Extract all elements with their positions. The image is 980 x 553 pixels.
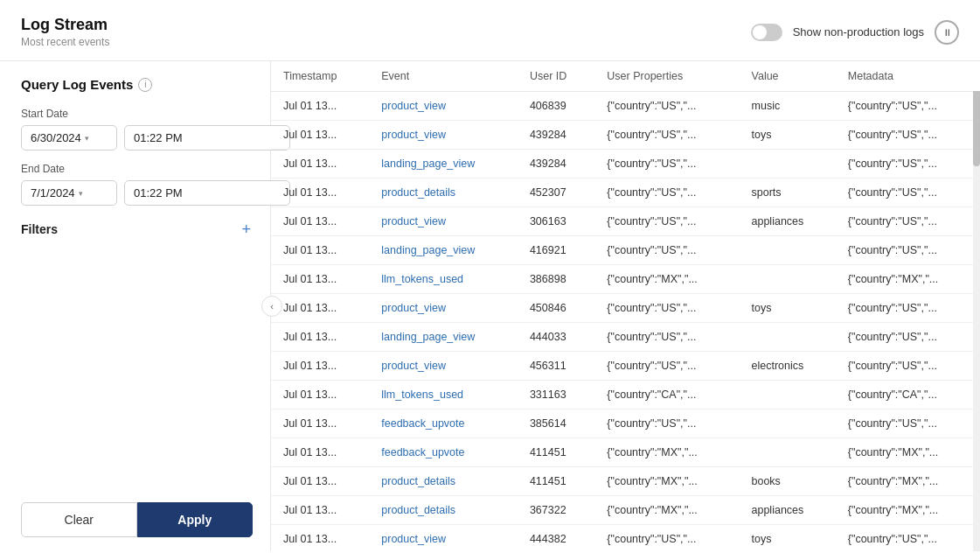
cell-userprops: {"country":"US","... xyxy=(594,92,739,121)
event-link[interactable]: product_view xyxy=(381,533,446,545)
query-title: Query Log Events xyxy=(21,77,133,92)
cell-userprops: {"country":"US","... xyxy=(594,236,739,265)
event-link[interactable]: landing_page_view xyxy=(381,158,475,170)
cell-userprops: {"country":"US","... xyxy=(594,178,739,207)
cell-metadata: {"country":"US","... xyxy=(836,352,980,381)
cell-userid: 411451 xyxy=(518,467,594,496)
cell-event[interactable]: product_view xyxy=(369,207,518,236)
page-title: Log Stream xyxy=(21,16,109,34)
cell-event[interactable]: product_details xyxy=(369,496,518,525)
event-link[interactable]: feedback_upvote xyxy=(381,417,464,430)
cell-value: toys xyxy=(740,294,836,323)
cell-userid: 416921 xyxy=(518,236,594,265)
cell-metadata: {"country":"MX","... xyxy=(836,496,980,525)
end-time-input[interactable] xyxy=(124,180,290,206)
cell-event[interactable]: llm_tokens_used xyxy=(369,381,518,410)
event-link[interactable]: product_view xyxy=(381,360,446,372)
event-link[interactable]: product_details xyxy=(381,186,455,199)
cell-metadata: {"country":"US","... xyxy=(836,525,980,552)
end-date-row: 7/1/2024 ▾ xyxy=(21,180,253,206)
table-row: Jul 01 13...product_details411451{"count… xyxy=(271,467,980,496)
scrollbar-track[interactable] xyxy=(973,61,980,551)
pause-button[interactable]: ⏸ xyxy=(935,20,959,45)
cell-value xyxy=(740,236,836,265)
event-link[interactable]: landing_page_view xyxy=(381,244,475,256)
cell-value: appliances xyxy=(740,496,836,525)
cell-event[interactable]: feedback_upvote xyxy=(369,438,518,467)
start-date-picker[interactable]: 6/30/2024 ▾ xyxy=(21,125,117,150)
event-link[interactable]: feedback_upvote xyxy=(381,446,464,458)
table-row: Jul 01 13...landing_page_view416921{"cou… xyxy=(271,236,980,265)
end-date-picker[interactable]: 7/1/2024 ▾ xyxy=(21,180,117,206)
event-link[interactable]: landing_page_view xyxy=(381,331,475,343)
cell-userprops: {"country":"MX","... xyxy=(594,467,739,496)
col-header-value: Value xyxy=(740,61,836,92)
event-link[interactable]: product_view xyxy=(381,215,446,228)
cell-userid: 444033 xyxy=(518,323,594,352)
cell-event[interactable]: product_view xyxy=(369,121,518,150)
cell-event[interactable]: landing_page_view xyxy=(369,323,518,352)
cell-event[interactable]: product_details xyxy=(369,467,518,496)
cell-userprops: {"country":"US","... xyxy=(594,294,739,323)
cell-userprops: {"country":"US","... xyxy=(594,121,739,150)
filters-row: Filters + xyxy=(21,221,253,237)
event-link[interactable]: product_details xyxy=(381,475,455,487)
cell-value xyxy=(740,265,836,294)
table-row: Jul 01 13...product_view444382{"country"… xyxy=(271,525,980,552)
cell-event[interactable]: product_details xyxy=(369,178,518,207)
cell-timestamp: Jul 01 13... xyxy=(271,352,369,381)
cell-userid: 406839 xyxy=(518,92,594,121)
non-production-toggle[interactable] xyxy=(751,24,782,41)
end-date-chevron: ▾ xyxy=(79,189,83,198)
add-filter-button[interactable]: + xyxy=(240,221,253,237)
col-header-timestamp: Timestamp xyxy=(271,61,369,92)
cell-metadata: {"country":"US","... xyxy=(836,150,980,178)
collapse-panel-button[interactable]: ‹ xyxy=(261,296,282,317)
cell-event[interactable]: landing_page_view xyxy=(369,236,518,265)
collapse-icon: ‹ xyxy=(270,301,274,312)
cell-event[interactable]: feedback_upvote xyxy=(369,410,518,438)
event-link[interactable]: product_details xyxy=(381,504,455,516)
cell-userid: 411451 xyxy=(518,438,594,467)
event-link[interactable]: product_view xyxy=(381,100,446,112)
cell-metadata: {"country":"MX","... xyxy=(836,438,980,467)
col-header-user-properties: User Properties xyxy=(594,61,739,92)
cell-userprops: {"country":"MX","... xyxy=(594,438,739,467)
cell-timestamp: Jul 01 13... xyxy=(271,496,369,525)
cell-timestamp: Jul 01 13... xyxy=(271,323,369,352)
cell-userprops: {"country":"US","... xyxy=(594,410,739,438)
table-row: Jul 01 13...landing_page_view439284{"cou… xyxy=(271,150,980,178)
log-table: TimestampEventUser IDUser PropertiesValu… xyxy=(271,61,980,551)
cell-event[interactable]: product_view xyxy=(369,525,518,552)
cell-event[interactable]: landing_page_view xyxy=(369,150,518,178)
event-link[interactable]: product_view xyxy=(381,129,446,141)
cell-value xyxy=(740,410,836,438)
start-time-input[interactable] xyxy=(124,125,290,150)
cell-metadata: {"country":"MX","... xyxy=(836,265,980,294)
table-header: TimestampEventUser IDUser PropertiesValu… xyxy=(271,61,980,92)
cell-event[interactable]: llm_tokens_used xyxy=(369,265,518,294)
cell-metadata: {"country":"US","... xyxy=(836,294,980,323)
event-link[interactable]: product_view xyxy=(381,302,446,314)
cell-value: sports xyxy=(740,178,836,207)
cell-userprops: {"country":"MX","... xyxy=(594,265,739,294)
event-link[interactable]: llm_tokens_used xyxy=(381,273,463,285)
cell-userprops: {"country":"CA","... xyxy=(594,381,739,410)
cell-event[interactable]: product_view xyxy=(369,92,518,121)
col-header-metadata: Metadata xyxy=(836,61,980,92)
header-left: Log Stream Most recent events xyxy=(21,16,109,48)
cell-event[interactable]: product_view xyxy=(369,352,518,381)
cell-timestamp: Jul 01 13... xyxy=(271,294,369,323)
cell-userid: 331163 xyxy=(518,381,594,410)
col-header-event: Event xyxy=(369,61,518,92)
event-link[interactable]: llm_tokens_used xyxy=(381,388,463,401)
cell-timestamp: Jul 01 13... xyxy=(271,121,369,150)
clear-button[interactable]: Clear xyxy=(21,502,137,537)
query-title-row: Query Log Events i xyxy=(21,77,253,92)
cell-userid: 456311 xyxy=(518,352,594,381)
cell-value xyxy=(740,323,836,352)
apply-button[interactable]: Apply xyxy=(137,502,254,537)
cell-metadata: {"country":"US","... xyxy=(836,121,980,150)
info-icon[interactable]: i xyxy=(138,78,152,92)
cell-event[interactable]: product_view xyxy=(369,294,518,323)
